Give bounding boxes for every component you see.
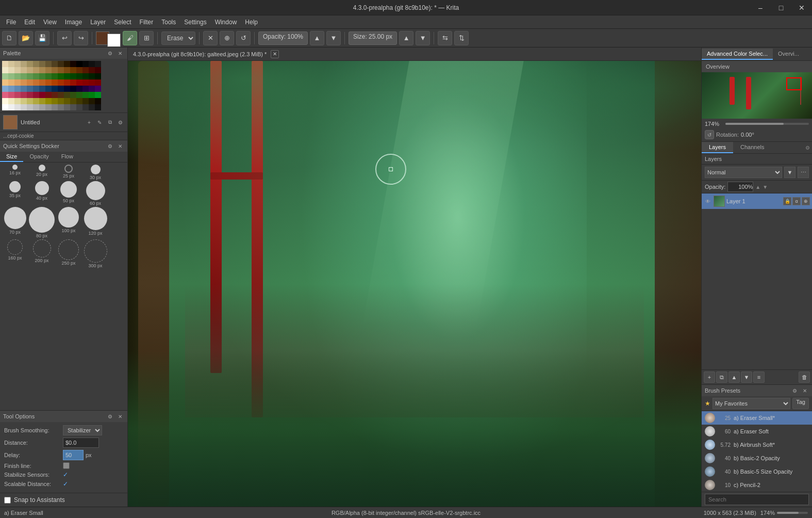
- palette-cell[interactable]: [52, 67, 58, 73]
- palette-cell[interactable]: [82, 67, 89, 73]
- palette-cell[interactable]: [8, 79, 14, 86]
- maximize-button[interactable]: □: [771, 0, 791, 15]
- palette-cell[interactable]: [95, 92, 101, 98]
- palette-cell[interactable]: [70, 86, 76, 92]
- brush-presets-settings-icon[interactable]: ⚙: [790, 386, 799, 395]
- palette-cell[interactable]: [39, 92, 45, 98]
- palette-cell[interactable]: [82, 61, 89, 67]
- layer-visibility-icon[interactable]: 👁: [704, 197, 712, 205]
- palette-cell[interactable]: [89, 92, 95, 98]
- menu-view[interactable]: View: [39, 18, 61, 27]
- palette-cell[interactable]: [27, 73, 33, 79]
- layer-row-1[interactable]: 👁 Layer 1 🔒 α ⊕: [702, 193, 812, 209]
- palette-cell[interactable]: [14, 67, 21, 73]
- menu-window[interactable]: Window: [211, 18, 241, 27]
- color-swatch[interactable]: [3, 115, 18, 130]
- finish-line-checkbox[interactable]: [63, 462, 70, 469]
- menu-tools[interactable]: Tools: [157, 18, 180, 27]
- palette-cell[interactable]: [8, 86, 14, 92]
- menu-help[interactable]: Help: [241, 18, 262, 27]
- tab-opacity[interactable]: Opacity: [23, 152, 55, 162]
- palette-cell[interactable]: [45, 73, 52, 79]
- palette-cell[interactable]: [8, 92, 14, 98]
- palette-cell[interactable]: [89, 61, 95, 67]
- undo-button[interactable]: ↩: [57, 31, 72, 45]
- palette-cell[interactable]: [14, 92, 21, 98]
- grid-button[interactable]: ⊞: [139, 31, 154, 45]
- palette-cell[interactable]: [52, 92, 58, 98]
- palette-cell[interactable]: [58, 73, 64, 79]
- palette-cell[interactable]: [33, 67, 39, 73]
- palette-cell[interactable]: [76, 104, 82, 110]
- brush-120px[interactable]: 120 px: [82, 207, 108, 238]
- delete-layer-button[interactable]: 🗑: [799, 371, 810, 383]
- brush-80px[interactable]: 80 px: [29, 207, 55, 238]
- mirror-v-button[interactable]: ⇅: [454, 31, 469, 45]
- palette-cell[interactable]: [76, 67, 82, 73]
- size-down[interactable]: ▼: [416, 31, 430, 45]
- palette-cell[interactable]: [2, 79, 8, 86]
- palette-cell[interactable]: [95, 104, 101, 110]
- palette-cell[interactable]: [89, 104, 95, 110]
- palette-cell[interactable]: [52, 61, 58, 67]
- snap-to-assistants-checkbox[interactable]: [4, 497, 11, 504]
- palette-cell[interactable]: [76, 61, 82, 67]
- palette-cell[interactable]: [45, 104, 52, 110]
- palette-cell[interactable]: [21, 92, 27, 98]
- tag-button[interactable]: Tag: [792, 398, 809, 409]
- settings-layer-icon[interactable]: ⚙: [116, 118, 124, 126]
- menu-settings[interactable]: Settings: [180, 18, 210, 27]
- brush-100px[interactable]: 100 px: [56, 207, 81, 238]
- palette-cell[interactable]: [52, 104, 58, 110]
- palette-cell[interactable]: [39, 86, 45, 92]
- brush-35px[interactable]: 35 px: [2, 181, 28, 206]
- brush-300px[interactable]: 300 px: [82, 239, 108, 268]
- brush-200px[interactable]: 200 px: [29, 239, 55, 268]
- palette-cell[interactable]: [82, 104, 89, 110]
- background-color[interactable]: [107, 34, 121, 47]
- palette-cell[interactable]: [52, 86, 58, 92]
- add-layer-icon[interactable]: +: [85, 118, 93, 126]
- palette-cell[interactable]: [58, 98, 64, 104]
- palette-cell[interactable]: [2, 86, 8, 92]
- palette-cell[interactable]: [64, 61, 70, 67]
- refresh-button[interactable]: ↺: [236, 31, 251, 45]
- preset-basic2-opacity[interactable]: 40 b) Basic-2 Opacity: [702, 451, 812, 465]
- palette-cell[interactable]: [82, 98, 89, 104]
- palette-cell[interactable]: [33, 98, 39, 104]
- palette-cell[interactable]: [27, 67, 33, 73]
- new-button[interactable]: 🗋: [2, 31, 16, 45]
- palette-cell[interactable]: [14, 79, 21, 86]
- palette-cell[interactable]: [58, 67, 64, 73]
- canvas-container[interactable]: [128, 61, 701, 507]
- palette-cell[interactable]: [82, 92, 89, 98]
- layer-lock-icon[interactable]: 🔒: [783, 197, 791, 205]
- palette-cell[interactable]: [21, 86, 27, 92]
- save-button[interactable]: 💾: [35, 31, 49, 45]
- palette-cell[interactable]: [58, 86, 64, 92]
- palette-cell[interactable]: [89, 73, 95, 79]
- menu-layer[interactable]: Layer: [86, 18, 110, 27]
- palette-cell[interactable]: [2, 104, 8, 110]
- palette-cell[interactable]: [64, 104, 70, 110]
- palette-cell[interactable]: [70, 79, 76, 86]
- palette-cell[interactable]: [33, 104, 39, 110]
- palette-cell[interactable]: [21, 98, 27, 104]
- palette-cell[interactable]: [8, 98, 14, 104]
- opacity-up-icon[interactable]: ▲: [755, 184, 760, 190]
- palette-cell[interactable]: [76, 98, 82, 104]
- brush-20px[interactable]: 20 px: [29, 165, 55, 180]
- palette-cell[interactable]: [45, 92, 52, 98]
- palette-cell[interactable]: [8, 73, 14, 79]
- palette-cell[interactable]: [14, 86, 21, 92]
- palette-cell[interactable]: [39, 98, 45, 104]
- palette-cell[interactable]: [64, 92, 70, 98]
- canvas-tab-close[interactable]: ✕: [271, 50, 279, 58]
- palette-cell[interactable]: [33, 61, 39, 67]
- palette-cell[interactable]: [21, 104, 27, 110]
- rotation-reset-button[interactable]: ↺: [705, 130, 714, 139]
- tab-channels[interactable]: Channels: [733, 142, 771, 153]
- quick-settings-settings-icon[interactable]: ⚙: [106, 142, 114, 150]
- palette-close-icon[interactable]: ✕: [116, 49, 124, 57]
- copy-layer-button[interactable]: ⧉: [716, 371, 727, 383]
